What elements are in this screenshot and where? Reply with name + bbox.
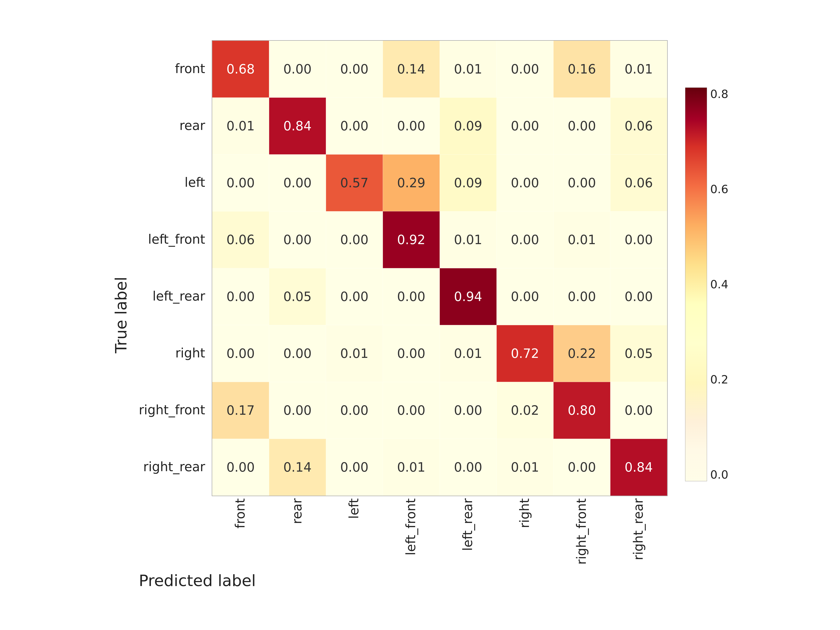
- cell-6-5: 0.02: [497, 382, 553, 439]
- cell-1-4: 0.09: [440, 98, 497, 155]
- x-label-wrapper-left: left: [325, 498, 382, 565]
- colorbar-tick-0.0: 0.0: [710, 468, 728, 481]
- x-labels-row: frontrearleftleft_frontleft_rearrightrig…: [212, 498, 668, 565]
- cell-2-4: 0.09: [440, 155, 497, 211]
- cell-4-4: 0.94: [440, 268, 497, 325]
- cell-2-6: 0.00: [553, 155, 610, 211]
- cell-6-7: 0.00: [610, 382, 667, 439]
- y-label-rear: rear: [139, 97, 205, 154]
- matrix-wrapper: frontrearleftleft_frontleft_rearrightrig…: [139, 40, 668, 589]
- y-label-left_front: left_front: [139, 211, 205, 268]
- x-label-wrapper-right_rear: right_rear: [610, 498, 667, 565]
- cell-7-1: 0.14: [269, 439, 326, 496]
- y-label-front: front: [139, 40, 205, 97]
- cell-0-1: 0.00: [269, 41, 326, 98]
- x-label-wrapper-right: right: [496, 498, 553, 565]
- cell-1-2: 0.00: [326, 98, 383, 155]
- cell-6-4: 0.00: [440, 382, 497, 439]
- cell-7-2: 0.00: [326, 439, 383, 496]
- cell-2-7: 0.06: [610, 155, 667, 211]
- colorbar-tick-0.2: 0.2: [710, 373, 728, 386]
- cell-6-3: 0.00: [383, 382, 440, 439]
- matrix-col: 0.680.000.000.140.010.000.160.010.010.84…: [212, 40, 668, 565]
- cell-6-1: 0.00: [269, 382, 326, 439]
- cell-5-4: 0.01: [440, 325, 497, 382]
- cell-6-6: 0.80: [553, 382, 610, 439]
- cell-4-6: 0.00: [553, 268, 610, 325]
- cell-5-1: 0.00: [269, 325, 326, 382]
- colorbar-gradient: [685, 87, 707, 481]
- cell-4-7: 0.00: [610, 268, 667, 325]
- cell-1-5: 0.00: [497, 98, 553, 155]
- x-label-front: front: [233, 498, 248, 529]
- cell-4-3: 0.00: [383, 268, 440, 325]
- colorbar-tick-0.8: 0.8: [710, 87, 728, 101]
- y-label-right_front: right_front: [139, 382, 205, 438]
- cell-1-6: 0.00: [553, 98, 610, 155]
- matrix-grid: 0.680.000.000.140.010.000.160.010.010.84…: [212, 40, 668, 496]
- cell-0-6: 0.16: [553, 41, 610, 98]
- cell-1-7: 0.06: [610, 98, 667, 155]
- colorbar-tick-0.6: 0.6: [710, 183, 728, 196]
- cell-2-5: 0.00: [497, 155, 553, 211]
- cell-4-0: 0.00: [212, 268, 269, 325]
- y-label-left_rear: left_rear: [139, 268, 205, 325]
- x-label-left: left: [346, 498, 362, 519]
- y-axis-label: True label: [112, 277, 130, 353]
- cell-5-0: 0.00: [212, 325, 269, 382]
- cell-4-5: 0.00: [497, 268, 553, 325]
- cell-6-0: 0.17: [212, 382, 269, 439]
- x-label-left_front: left_front: [403, 498, 418, 556]
- cell-7-0: 0.00: [212, 439, 269, 496]
- x-axis-title: Predicted label: [139, 572, 256, 590]
- cell-4-1: 0.05: [269, 268, 326, 325]
- x-label-left_rear: left_rear: [460, 498, 475, 551]
- cell-1-1: 0.84: [269, 98, 326, 155]
- cell-3-4: 0.01: [440, 211, 497, 268]
- x-label-wrapper-left_front: left_front: [382, 498, 439, 565]
- y-label-right_rear: right_rear: [139, 438, 205, 495]
- cell-7-4: 0.00: [440, 439, 497, 496]
- cell-2-2: 0.57: [326, 155, 383, 211]
- figure: True label frontrearleftleft_frontleft_r…: [0, 0, 840, 630]
- cell-7-7: 0.84: [610, 439, 667, 496]
- cell-7-5: 0.01: [497, 439, 553, 496]
- cell-3-6: 0.01: [553, 211, 610, 268]
- cell-5-6: 0.22: [553, 325, 610, 382]
- cell-0-3: 0.14: [383, 41, 440, 98]
- cell-2-1: 0.00: [269, 155, 326, 211]
- cell-0-5: 0.00: [497, 41, 553, 98]
- x-label-right_front: right_front: [574, 498, 589, 565]
- cell-4-2: 0.00: [326, 268, 383, 325]
- cell-1-0: 0.01: [212, 98, 269, 155]
- cell-3-2: 0.00: [326, 211, 383, 268]
- cell-0-4: 0.01: [440, 41, 497, 98]
- cell-1-3: 0.00: [383, 98, 440, 155]
- cell-5-2: 0.01: [326, 325, 383, 382]
- x-label-rear: rear: [290, 498, 305, 524]
- cell-5-3: 0.00: [383, 325, 440, 382]
- x-label-wrapper-front: front: [212, 498, 268, 565]
- cell-3-7: 0.00: [610, 211, 667, 268]
- matrix-with-ylabels: frontrearleftleft_frontleft_rearrightrig…: [139, 40, 668, 565]
- chart-area: True label frontrearleftleft_frontleft_r…: [70, 31, 770, 599]
- main-content: frontrearleftleft_frontleft_rearrightrig…: [139, 40, 728, 589]
- cell-7-3: 0.01: [383, 439, 440, 496]
- cell-3-5: 0.00: [497, 211, 553, 268]
- cell-2-0: 0.00: [212, 155, 269, 211]
- cell-0-2: 0.00: [326, 41, 383, 98]
- colorbar-container: 0.8 0.6 0.4 0.2 0.0: [685, 87, 728, 543]
- cell-6-2: 0.00: [326, 382, 383, 439]
- cell-0-0: 0.68: [212, 41, 269, 98]
- cell-5-7: 0.05: [610, 325, 667, 382]
- cell-0-7: 0.01: [610, 41, 667, 98]
- y-label-right: right: [139, 325, 205, 382]
- cell-2-3: 0.29: [383, 155, 440, 211]
- x-label-right_rear: right_rear: [631, 498, 646, 560]
- y-labels: frontrearleftleft_frontleft_rearrightrig…: [139, 40, 205, 495]
- cell-3-0: 0.06: [212, 211, 269, 268]
- cell-7-6: 0.00: [553, 439, 610, 496]
- y-label-left: left: [139, 154, 205, 211]
- x-label-wrapper-rear: rear: [268, 498, 325, 565]
- colorbar-tick-0.4: 0.4: [710, 278, 728, 291]
